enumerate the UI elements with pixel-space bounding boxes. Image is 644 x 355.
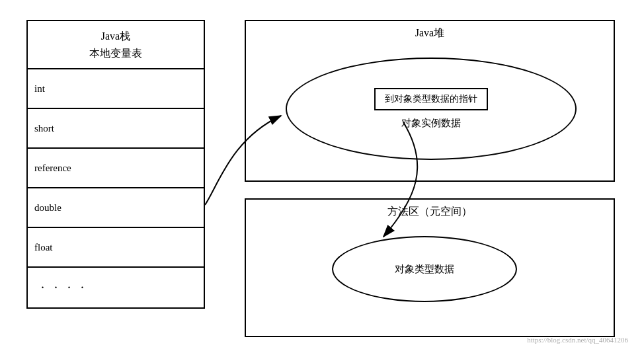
stack-cell-double: double — [28, 188, 204, 228]
method-title: 方法区（元空间） — [246, 200, 614, 224]
stack-cell-short: short — [28, 109, 204, 149]
pointer-box: 到对象类型数据的指针 — [374, 88, 488, 110]
stack-title-line1: Java栈 — [101, 30, 130, 42]
instance-data: 对象实例数据 — [401, 117, 461, 130]
stack-cell-float: float — [28, 228, 204, 268]
heap-box: Java堆 到对象类型数据的指针 对象实例数据 — [245, 20, 615, 182]
method-oval: 对象类型数据 — [332, 236, 517, 302]
stack-box: Java栈 本地变量表 int short reference double f… — [26, 20, 205, 309]
stack-title-line2: 本地变量表 — [89, 48, 142, 59]
stack-cell-reference: reference — [28, 149, 204, 188]
diagram-container: Java栈 本地变量表 int short reference double f… — [7, 7, 635, 347]
watermark: https://blog.csdn.net/qq_40641206 — [527, 336, 628, 344]
heap-oval: 到对象类型数据的指针 对象实例数据 — [286, 58, 577, 160]
heap-title: Java堆 — [246, 21, 614, 46]
stack-cell-dots: · · · · — [28, 268, 204, 307]
stack-header: Java栈 本地变量表 — [28, 21, 204, 69]
method-box: 方法区（元空间） 对象类型数据 — [245, 198, 615, 337]
stack-cell-int: int — [28, 69, 204, 109]
